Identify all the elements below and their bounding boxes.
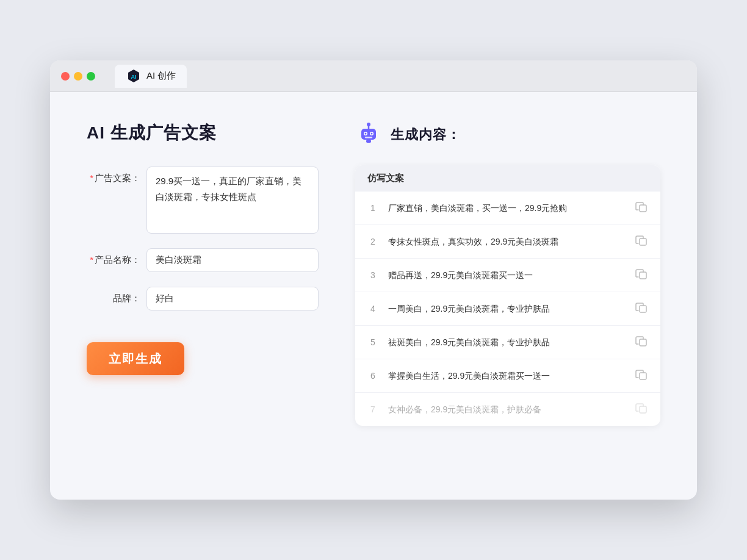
result-text: 专抹女性斑点，真实功效，29.9元美白淡斑霜 xyxy=(388,235,625,248)
result-num: 5 xyxy=(367,337,378,347)
product-name-row: *产品名称： xyxy=(87,248,319,272)
product-name-input[interactable] xyxy=(146,248,319,272)
robot-icon xyxy=(355,121,382,148)
result-text: 掌握美白生活，29.9元美白淡斑霜买一送一 xyxy=(388,370,625,382)
result-table-header: 仿写文案 xyxy=(355,165,660,192)
main-content: AI 生成广告文案 *广告文案： 29.9买一送一，真正的厂家直销，美白淡斑霜，… xyxy=(50,92,697,500)
copy-icon[interactable] xyxy=(635,234,648,249)
ai-tab[interactable]: AI AI 创作 xyxy=(115,65,187,88)
result-item: 7女神必备，29.9元美白淡斑霜，护肤必备 xyxy=(355,393,660,426)
ai-tab-icon: AI xyxy=(126,68,142,84)
svg-point-3 xyxy=(367,123,370,126)
result-num: 2 xyxy=(367,237,378,246)
copy-icon[interactable] xyxy=(635,301,648,317)
result-num: 7 xyxy=(367,404,378,414)
svg-rect-13 xyxy=(640,272,646,279)
traffic-lights xyxy=(61,72,95,81)
result-num: 1 xyxy=(367,203,378,213)
copy-icon[interactable] xyxy=(635,401,648,417)
result-table: 仿写文案 1厂家直销，美白淡斑霜，买一送一，29.9元抢购 2专抹女性斑点，真实… xyxy=(355,165,660,426)
brand-row: 品牌： xyxy=(87,287,319,311)
svg-rect-17 xyxy=(640,406,646,413)
minimize-button[interactable] xyxy=(74,72,82,81)
close-button[interactable] xyxy=(61,72,70,81)
result-item: 5祛斑美白，29.9元美白淡斑霜，专业护肤品 xyxy=(355,326,660,359)
right-title: 生成内容： xyxy=(391,126,461,144)
result-text: 厂家直销，美白淡斑霜，买一送一，29.9元抢购 xyxy=(388,202,625,215)
svg-text:AI: AI xyxy=(131,74,137,80)
maximize-button[interactable] xyxy=(87,72,95,81)
ad-copy-row: *广告文案： 29.9买一送一，真正的厂家直销，美白淡斑霜，专抹女性斑点 xyxy=(87,167,319,234)
brand-input[interactable] xyxy=(146,287,319,311)
right-header: 生成内容： xyxy=(355,121,660,148)
result-num: 6 xyxy=(367,371,378,381)
tab-label: AI 创作 xyxy=(146,70,176,82)
result-item: 1厂家直销，美白淡斑霜，买一送一，29.9元抢购 xyxy=(355,192,660,225)
result-num: 3 xyxy=(367,270,378,280)
titlebar: AI AI 创作 xyxy=(50,60,697,92)
result-num: 4 xyxy=(367,304,378,314)
result-item: 2专抹女性斑点，真实功效，29.9元美白淡斑霜 xyxy=(355,225,660,259)
result-text: 赠品再送，29.9元美白淡斑霜买一送一 xyxy=(388,269,625,282)
browser-window: AI AI 创作 AI 生成广告文案 *广告文案： 29.9买一送一，真正的厂家… xyxy=(50,60,697,500)
svg-rect-9 xyxy=(365,137,372,138)
svg-rect-16 xyxy=(640,373,646,379)
svg-rect-15 xyxy=(640,339,646,346)
brand-label: 品牌： xyxy=(87,287,140,304)
ad-copy-textarea[interactable]: 29.9买一送一，真正的厂家直销，美白淡斑霜，专抹女性斑点 xyxy=(146,167,319,234)
page-title: AI 生成广告文案 xyxy=(87,121,319,145)
result-text: 女神必备，29.9元美白淡斑霜，护肤必备 xyxy=(388,403,625,416)
svg-rect-10 xyxy=(366,140,371,143)
product-name-required: * xyxy=(90,254,93,265)
svg-rect-11 xyxy=(640,205,646,212)
copy-icon[interactable] xyxy=(635,267,648,283)
copy-icon[interactable] xyxy=(635,368,648,384)
copy-icon[interactable] xyxy=(635,200,648,216)
ad-copy-label: *广告文案： xyxy=(87,167,140,184)
svg-rect-14 xyxy=(640,306,646,312)
result-item: 4一周美白，29.9元美白淡斑霜，专业护肤品 xyxy=(355,292,660,326)
result-text: 祛斑美白，29.9元美白淡斑霜，专业护肤品 xyxy=(388,336,625,349)
ad-copy-required: * xyxy=(90,173,93,183)
result-text: 一周美白，29.9元美白淡斑霜，专业护肤品 xyxy=(388,303,625,315)
svg-point-8 xyxy=(371,133,373,135)
right-panel: 生成内容： 仿写文案 1厂家直销，美白淡斑霜，买一送一，29.9元抢购 2专抹女… xyxy=(355,121,660,475)
svg-point-7 xyxy=(365,133,367,135)
svg-rect-12 xyxy=(640,239,646,245)
left-panel: AI 生成广告文案 *广告文案： 29.9买一送一，真正的厂家直销，美白淡斑霜，… xyxy=(87,121,319,475)
copy-icon[interactable] xyxy=(635,334,648,350)
generate-button[interactable]: 立即生成 xyxy=(87,342,184,375)
product-name-label: *产品名称： xyxy=(87,248,140,266)
result-item: 6掌握美白生活，29.9元美白淡斑霜买一送一 xyxy=(355,359,660,393)
result-item: 3赠品再送，29.9元美白淡斑霜买一送一 xyxy=(355,259,660,292)
